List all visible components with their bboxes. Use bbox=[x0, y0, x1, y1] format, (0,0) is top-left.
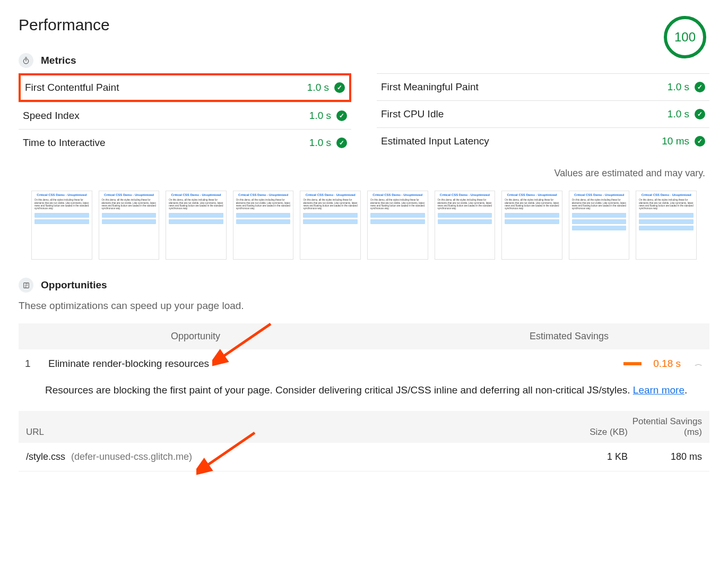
filmstrip-frame[interactable]: Critical CSS Demo - UnoptimizedOn this d… bbox=[435, 191, 496, 260]
opportunity-explanation-text: Resources are blocking the first paint o… bbox=[45, 384, 633, 396]
resources-header-row: URL Size (KB) Potential Savings (ms) bbox=[19, 411, 709, 443]
metric-value: 1.0 s bbox=[668, 108, 689, 120]
metrics-footnote: Values are estimated and may vary. bbox=[19, 168, 709, 179]
metric-value: 1.0 s bbox=[668, 81, 689, 93]
filmstrip-frame[interactable]: Critical CSS Demo - UnoptimizedOn this d… bbox=[636, 191, 697, 260]
metric-name: First CPU Idle bbox=[381, 108, 444, 120]
resource-host: (defer-unused-css.glitch.me) bbox=[71, 451, 192, 462]
resource-path: /style.css bbox=[26, 451, 65, 462]
opportunities-description: These optimizations can speed up your pa… bbox=[19, 300, 709, 312]
opportunity-explanation: Resources are blocking the first paint o… bbox=[19, 378, 709, 411]
filmstrip-frame[interactable]: Critical CSS Demo - UnoptimizedOn this d… bbox=[166, 191, 227, 260]
opportunity-number: 1 bbox=[25, 358, 38, 370]
column-size: Size (KB) bbox=[559, 427, 628, 438]
metrics-section-label: Metrics bbox=[41, 55, 76, 66]
metric-name: Estimated Input Latency bbox=[381, 135, 489, 147]
learn-more-link[interactable]: Learn more bbox=[633, 384, 684, 396]
filmstrip-frame[interactable]: Critical CSS Demo - UnoptimizedOn this d… bbox=[233, 191, 294, 260]
opportunity-item[interactable]: 1 Eliminate render-blocking resources 0.… bbox=[19, 349, 709, 378]
resource-savings: 180 ms bbox=[628, 451, 702, 462]
savings-bar bbox=[623, 362, 642, 365]
filmstrip: Critical CSS Demo - UnoptimizedOn this d… bbox=[19, 191, 709, 260]
opportunity-title: Eliminate render-blocking resources bbox=[48, 358, 613, 370]
opportunity-savings: 0.18 s bbox=[649, 358, 681, 370]
metric-first-contentful-paint[interactable]: First Contentful Paint 1.0 s bbox=[19, 73, 351, 102]
metric-name: Time to Interactive bbox=[23, 137, 106, 149]
column-opportunity: Opportunity bbox=[29, 331, 231, 342]
metric-value: 1.0 s bbox=[307, 82, 329, 93]
filmstrip-frame[interactable]: Critical CSS Demo - UnoptimizedOn this d… bbox=[300, 191, 361, 260]
filmstrip-frame[interactable]: Critical CSS Demo - UnoptimizedOn this d… bbox=[501, 191, 562, 260]
metrics-grid: First Contentful Paint 1.0 s Speed Index… bbox=[19, 73, 709, 156]
check-icon bbox=[336, 110, 347, 121]
metric-name: First Contentful Paint bbox=[25, 82, 119, 93]
metric-speed-index[interactable]: Speed Index 1.0 s bbox=[19, 102, 351, 129]
metric-time-to-interactive[interactable]: Time to Interactive 1.0 s bbox=[19, 129, 351, 156]
check-icon bbox=[336, 138, 347, 148]
check-icon bbox=[695, 82, 705, 92]
check-icon bbox=[695, 109, 705, 119]
metric-value: 10 ms bbox=[662, 135, 689, 147]
page-title: Performance bbox=[19, 16, 664, 34]
metric-first-meaningful-paint[interactable]: First Meaningful Paint 1.0 s bbox=[377, 73, 709, 100]
resource-row[interactable]: /style.css (defer-unused-css.glitch.me) … bbox=[19, 443, 709, 471]
metric-name: First Meaningful Paint bbox=[381, 81, 479, 93]
check-icon bbox=[334, 82, 345, 93]
metric-first-cpu-idle[interactable]: First CPU Idle 1.0 s bbox=[377, 100, 709, 127]
opportunities-header-row: Opportunity Estimated Savings bbox=[19, 323, 709, 349]
metric-name: Speed Index bbox=[23, 110, 80, 122]
metric-value: 1.0 s bbox=[309, 137, 331, 149]
performance-score-gauge: 100 bbox=[664, 16, 706, 58]
opportunities-icon bbox=[19, 278, 33, 293]
stopwatch-icon bbox=[19, 53, 33, 68]
filmstrip-frame[interactable]: Critical CSS Demo - UnoptimizedOn this d… bbox=[31, 191, 92, 260]
filmstrip-frame[interactable]: Critical CSS Demo - UnoptimizedOn this d… bbox=[367, 191, 428, 260]
metric-estimated-input-latency[interactable]: Estimated Input Latency 10 ms bbox=[377, 127, 709, 155]
check-icon bbox=[695, 136, 705, 147]
filmstrip-frame[interactable]: Critical CSS Demo - UnoptimizedOn this d… bbox=[99, 191, 160, 260]
metric-value: 1.0 s bbox=[309, 110, 331, 122]
resource-size: 1 KB bbox=[559, 451, 628, 462]
column-url: URL bbox=[26, 427, 559, 438]
filmstrip-frame[interactable]: Critical CSS Demo - UnoptimizedOn this d… bbox=[569, 191, 630, 260]
column-estimated-savings: Estimated Savings bbox=[231, 331, 699, 342]
column-potential-savings: Potential Savings (ms) bbox=[628, 416, 702, 438]
chevron-up-icon[interactable]: ︿ bbox=[695, 360, 703, 368]
opportunities-section-label: Opportunities bbox=[41, 279, 107, 291]
